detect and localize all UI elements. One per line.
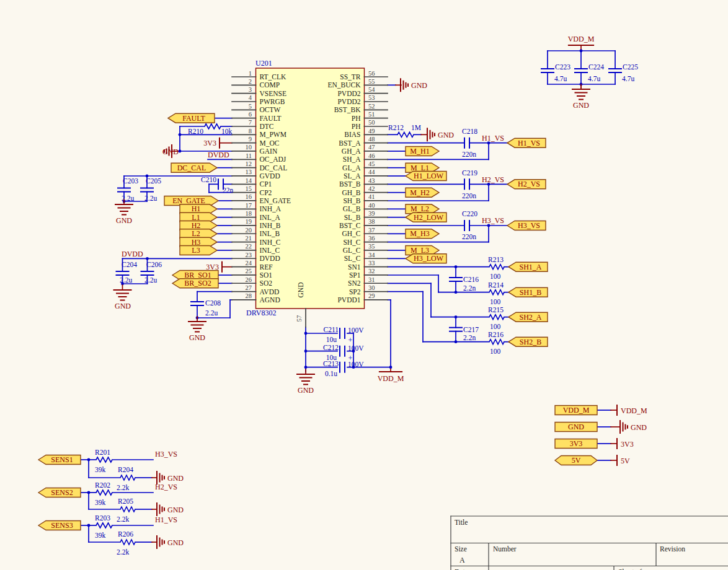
port-M_H2[interactable]: M_H2 <box>406 188 439 197</box>
resistor-symbol[interactable] <box>120 540 135 545</box>
resistor-R215[interactable]: R215100 <box>488 306 504 330</box>
port-L3[interactable]: L3 <box>180 246 217 255</box>
resistor-R214[interactable]: R214100 <box>488 281 504 305</box>
gnd-symbol[interactable]: GND <box>114 285 131 310</box>
resistor-R202[interactable]: R20239k <box>95 481 112 506</box>
port-SH2_A[interactable]: SH2_A <box>508 312 548 322</box>
port-SH1_B[interactable]: SH1_B <box>508 287 548 297</box>
capacitor-designator: C218 <box>462 128 477 135</box>
gnd-symbol[interactable]: GND <box>572 84 590 110</box>
resistor-R213[interactable]: R213100 <box>488 256 504 280</box>
gnd-symbol[interactable]: GND <box>427 128 454 141</box>
port-M_H3[interactable]: M_H3 <box>406 229 439 239</box>
gnd-symbol[interactable]: GND <box>297 369 314 395</box>
net-label-H2_VS[interactable]: H2_VS <box>155 483 177 491</box>
power-symbol-3V3[interactable]: 3V3 <box>206 262 222 272</box>
capacitor-C208[interactable]: C2082.2u <box>191 299 221 317</box>
port-VDD_M[interactable]: VDD_M <box>555 406 597 415</box>
gnd-symbol[interactable]: GND <box>157 471 184 484</box>
power-symbol-3V3[interactable]: 3V3 <box>203 138 220 148</box>
pin-name: OC_ADJ <box>260 156 286 163</box>
component-designator[interactable]: U201 <box>255 59 272 68</box>
resistor-symbol[interactable] <box>205 124 221 129</box>
resistor-symbol[interactable] <box>489 340 504 344</box>
gnd-symbol[interactable]: GND <box>189 317 206 342</box>
port-SENS1[interactable]: SENS1 <box>38 455 81 465</box>
net-label-DVDD[interactable]: DVDD <box>208 151 229 159</box>
gnd-symbol[interactable]: GND <box>157 536 184 548</box>
resistor-R216[interactable]: R216100 <box>488 331 504 355</box>
resistor-symbol[interactable] <box>489 290 504 295</box>
port-FAULT[interactable]: FAULT <box>168 113 215 123</box>
power-symbol-VDD_M[interactable]: VDD_M <box>617 405 647 415</box>
component-part-number[interactable]: DRV8302 <box>246 309 276 317</box>
capacitor-C225[interactable]: C2254.7u <box>609 63 638 82</box>
port-label: VDD_M <box>563 406 590 414</box>
capacitor-C223[interactable]: C2234.7u <box>541 63 570 82</box>
port-SENS2[interactable]: SENS2 <box>38 488 81 498</box>
gnd-symbol[interactable]: GND <box>401 79 427 91</box>
net-label-H3_VS[interactable]: H3_VS <box>482 216 504 225</box>
port-M_H1[interactable]: M_H1 <box>406 147 439 156</box>
capacitor-C206[interactable]: C2062.2u <box>141 261 162 284</box>
gnd-symbol[interactable]: GND <box>157 503 184 515</box>
port-SH2_B[interactable]: SH2_B <box>508 337 548 346</box>
port-3V3[interactable]: 3V3 <box>555 439 597 449</box>
port-BR_SO2[interactable]: BR_SO2 <box>172 279 218 288</box>
net-label-DVDD[interactable]: DVDD <box>122 250 143 258</box>
gnd-symbol[interactable]: GND <box>620 421 647 433</box>
port-H1_LOW[interactable]: H1_LOW <box>406 172 446 181</box>
resistor-symbol[interactable] <box>96 490 112 495</box>
port-label: H3 <box>192 238 201 247</box>
resistor-R205[interactable]: R2052.2k <box>117 498 135 523</box>
capacitor-C224[interactable]: C2244.7u <box>575 63 604 82</box>
capacitor-C216[interactable]: C2162.2n <box>450 276 479 292</box>
resistor-symbol[interactable] <box>397 132 414 137</box>
capacitor-C217[interactable]: C2172.2n <box>450 326 479 341</box>
capacitor-C211[interactable]: C21110u100V+ <box>324 326 365 344</box>
net-label-H3_VS[interactable]: H3_VS <box>155 450 177 458</box>
resistor-designator: R213 <box>488 256 504 263</box>
power-symbol-3V3[interactable]: 3V3 <box>617 439 634 449</box>
resistor-symbol[interactable] <box>120 507 135 512</box>
capacitor-C205[interactable]: C2052.2u <box>141 177 161 202</box>
schematic-canvas[interactable]: U201DRV83021RT_CLK2COMP3VSENSE4PWRGB5OCT… <box>0 0 728 570</box>
port-GND[interactable]: GND <box>555 423 597 432</box>
port-SH1_A[interactable]: SH1_A <box>508 262 548 271</box>
resistor-symbol[interactable] <box>489 265 504 270</box>
resistor-symbol[interactable] <box>96 523 112 528</box>
port-H2_VS[interactable]: H2_VS <box>507 180 546 189</box>
resistor-R201[interactable]: R20139k <box>95 449 112 473</box>
capacitor-C213[interactable]: C2130.1u100V <box>323 360 364 377</box>
resistor-R206[interactable]: R2062.2k <box>117 530 135 556</box>
resistor-R203[interactable]: R20339k <box>95 514 112 539</box>
gnd-symbol[interactable]: GND <box>162 145 179 157</box>
resistor-symbol[interactable] <box>96 457 112 462</box>
port-5V[interactable]: 5V <box>555 456 597 465</box>
resistor-symbol[interactable] <box>120 475 135 480</box>
port-H2_LOW[interactable]: H2_LOW <box>406 213 446 222</box>
capacitor-C204[interactable]: C2042.2u <box>117 261 138 284</box>
capacitor-C203[interactable]: C2032.2u <box>118 177 138 202</box>
net-label-H1_VS[interactable]: H1_VS <box>155 515 177 524</box>
power-symbol-VDD_M[interactable]: VDD_M <box>568 35 595 45</box>
pin-number: 44 <box>368 169 375 175</box>
port-H1_VS[interactable]: H1_VS <box>507 138 546 147</box>
power-symbol-VDD_M[interactable]: VDD_M <box>378 372 404 383</box>
port-label: H3_LOW <box>414 254 444 263</box>
port-DC_CAL[interactable]: DC_CAL <box>171 163 217 172</box>
port-H3_VS[interactable]: H3_VS <box>507 221 546 230</box>
port-SENS3[interactable]: SENS3 <box>38 521 81 530</box>
component-U201[interactable]: U201DRV83021RT_CLK2COMP3VSENSE4PWRGB5OCT… <box>232 59 388 327</box>
resistor-symbol[interactable] <box>489 315 504 320</box>
net-label-H1_VS[interactable]: H1_VS <box>482 134 504 142</box>
resistor-R204[interactable]: R2042.2k <box>117 466 135 491</box>
port-H3_LOW[interactable]: H3_LOW <box>406 254 446 263</box>
resistor-R210[interactable]: R21010k <box>188 124 233 135</box>
power-symbol-5V[interactable]: 5V <box>617 455 630 465</box>
pin-number: 51 <box>368 111 375 118</box>
capacitor-C210[interactable]: C21022n <box>201 176 233 194</box>
capacitor-designator: C225 <box>623 63 638 71</box>
net-label-H2_VS[interactable]: H2_VS <box>482 175 504 184</box>
gnd-symbol[interactable]: GND <box>115 200 133 225</box>
